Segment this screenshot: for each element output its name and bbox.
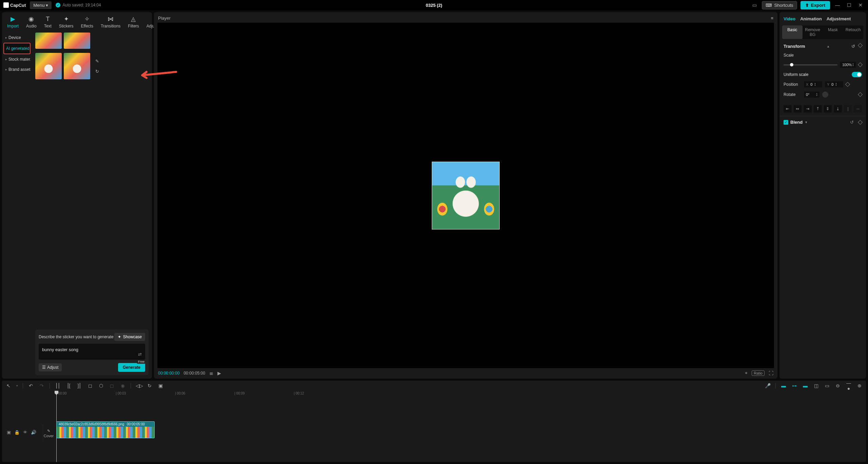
keyframe-icon[interactable] (858, 62, 863, 67)
zoom-slider-icon[interactable]: —● (846, 380, 852, 391)
cover-button[interactable]: ✎ Cover (43, 425, 54, 442)
timeline-ruler[interactable]: | 00:00| 00:03| 00:06| 00:09| 00:12 (54, 391, 866, 398)
sidebar-item-ai-generated[interactable]: AI generated (3, 43, 31, 54)
tab-icon: ◉ (28, 16, 34, 22)
timeline[interactable]: ▣ 🔒 👁 🔊 ✎ Cover | 00:00| 00:03| 00:06| 0… (2, 391, 866, 462)
timecode-total: 00:00:05:00 (184, 371, 205, 376)
split-right-icon[interactable]: ]⎮ (76, 383, 82, 388)
ai-result-thumb[interactable] (35, 53, 62, 79)
media-tab-filters[interactable]: ◬Filters (124, 14, 143, 31)
media-tab-import[interactable]: ▶Import (3, 14, 22, 31)
fullscreen-icon[interactable]: ⛶ (769, 370, 773, 376)
crop-tool-icon[interactable]: ▣ (157, 383, 163, 388)
preview-toggle-icon[interactable]: ◫ (813, 383, 819, 388)
timeline-toolbar: ↖ ▾ ↶ ↷ ⎮⎮ ⎮[ ]⎮ ◻ ⬡ ◻ ◉ ◁▷ ↻ ▣ 🎤 ▬ ⊶ ▬ … (2, 381, 866, 391)
align-bottom-icon[interactable]: ⤓ (834, 105, 842, 113)
inspector-subtab-remove-bg[interactable]: Remove BG (803, 25, 823, 39)
position-x-input[interactable]: X0▴▾ (804, 81, 822, 87)
inspector-tab-animation[interactable]: Animation (800, 16, 822, 21)
rotate-dial[interactable] (822, 92, 828, 98)
inspector-subtab-mask[interactable]: Mask (823, 25, 843, 39)
align-top-icon[interactable]: ⤒ (814, 105, 822, 113)
ai-results-grid: ✎ ↻ (35, 31, 149, 81)
adjust-button[interactable]: ☰ Adjust (39, 363, 62, 371)
media-tab-text[interactable]: TText (40, 14, 55, 31)
inspector-tab-adjustment[interactable]: Adjustment (827, 16, 851, 21)
keyframe-icon[interactable] (858, 120, 863, 124)
layout-icon[interactable]: ▭ (750, 2, 758, 8)
mute-icon[interactable]: 🔊 (31, 430, 36, 435)
blend-checkbox[interactable]: ✓ (784, 120, 788, 125)
sidebar-item-device[interactable]: ▸Device (3, 33, 31, 43)
keyframe-icon[interactable] (858, 92, 863, 97)
refresh-icon[interactable]: ↻ (94, 68, 100, 75)
reset-icon[interactable]: ↺ (850, 120, 854, 125)
track-icon[interactable]: ▭ (824, 383, 830, 388)
mirror-icon[interactable]: ◁▷ (136, 383, 142, 388)
edit-icon[interactable]: ✎ (94, 58, 100, 64)
keyframe-icon[interactable] (858, 43, 863, 48)
snap-icon[interactable]: ▬ (802, 383, 808, 388)
generate-button[interactable]: Free Generate (118, 363, 145, 372)
align-right-icon[interactable]: ⇥ (804, 105, 812, 113)
minimize-button[interactable]: — (833, 2, 842, 8)
ai-result-thumb[interactable] (35, 33, 62, 49)
prompt-input[interactable]: bunny easter song (39, 344, 145, 360)
player-menu-icon[interactable]: ≡ (771, 16, 773, 21)
maximize-button[interactable]: ☐ (845, 2, 853, 8)
media-tab-transitions[interactable]: ⋈Transitions (97, 14, 124, 31)
ai-result-thumb[interactable] (64, 33, 90, 49)
quality-icon[interactable]: ≣ (209, 370, 213, 376)
media-tab-audio[interactable]: ◉Audio (22, 14, 40, 31)
media-tab-stickers[interactable]: ✦Stickers (55, 14, 77, 31)
export-button[interactable]: ⬆ Export (801, 1, 830, 9)
zoom-in-icon[interactable]: ⊕ (856, 383, 863, 388)
tab-icon: ⋈ (108, 16, 114, 22)
uniform-scale-toggle[interactable] (852, 72, 862, 77)
align-left-icon[interactable]: ⇤ (784, 105, 792, 113)
project-title: 0325 (2) (426, 3, 442, 8)
shortcuts-button[interactable]: ⌨ Shortcuts (762, 1, 797, 9)
scale-label: Scale (784, 53, 801, 58)
mic-icon[interactable]: 🎤 (765, 383, 771, 388)
sidebar-item-brand-assets[interactable]: ▸Brand assets (3, 64, 31, 75)
reset-icon[interactable]: ↺ (851, 44, 855, 49)
position-y-input[interactable]: Y0▴▾ (825, 81, 843, 87)
undo-icon[interactable]: ↶ (28, 383, 34, 388)
zoom-out-icon[interactable]: ⊖ (835, 383, 841, 388)
shuffle-icon[interactable]: ⇄ (138, 352, 142, 357)
magnet-icon[interactable]: ▬ (780, 383, 787, 388)
ai-result-thumb[interactable] (64, 53, 90, 79)
split-icon[interactable]: ⎮⎮ (55, 383, 61, 388)
split-left-icon[interactable]: ⎮[ (65, 383, 72, 388)
showcase-button[interactable]: ✦ Showcase (114, 333, 145, 341)
play-button[interactable]: ▶ (217, 370, 221, 376)
menu-button[interactable]: Menu ▾ (30, 1, 52, 9)
shield-icon[interactable]: ⬡ (98, 383, 104, 388)
eye-icon[interactable]: 👁 (23, 430, 27, 435)
focus-icon[interactable]: ⌖ (745, 370, 748, 376)
timeline-clip[interactable]: 48039cbe02ac2c853d6d9958f8d9d666.png 00:… (56, 421, 155, 438)
link-icon[interactable]: ⊶ (791, 383, 797, 388)
lock-icon[interactable]: 🔒 (14, 430, 20, 435)
scale-slider[interactable] (784, 64, 837, 65)
keyframe-icon[interactable] (845, 82, 850, 87)
rotate-tool-icon[interactable]: ↻ (147, 383, 153, 388)
align-vcenter-icon[interactable]: ⇕ (824, 105, 832, 113)
media-tab-effects[interactable]: ✧Effects (77, 14, 97, 31)
rotate-input[interactable]: 0°▴▾ (804, 92, 819, 98)
scale-value[interactable]: 100%▴▾ (840, 62, 856, 68)
position-label: Position (784, 82, 801, 87)
inspector-subtab-basic[interactable]: Basic (782, 25, 803, 39)
track-toggle-icon[interactable]: ▣ (7, 430, 11, 435)
select-tool-icon[interactable]: ↖ (5, 383, 12, 388)
player-canvas[interactable] (157, 23, 774, 368)
align-hcenter-icon[interactable]: ⇔ (794, 105, 802, 113)
close-button[interactable]: ✕ (856, 2, 865, 8)
disabled-tool-icon: ◻ (109, 383, 115, 388)
sidebar-item-stock-mater-[interactable]: ▸Stock mater... (3, 54, 31, 64)
ratio-button[interactable]: Ratio (752, 370, 765, 376)
inspector-tab-video[interactable]: Video (784, 16, 795, 21)
crop-icon[interactable]: ◻ (87, 383, 93, 388)
inspector-subtab-retouch[interactable]: Retouch (843, 25, 863, 39)
